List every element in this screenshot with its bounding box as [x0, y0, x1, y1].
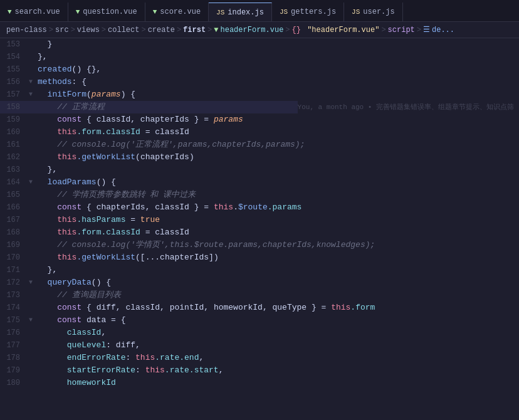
tab-label: score.vue: [160, 8, 201, 16]
line-number: 175: [0, 314, 26, 327]
fold-arrow[interactable]: ▼: [26, 76, 35, 88]
code-text: }: [35, 38, 519, 51]
code-text: initForm(params) {: [35, 88, 519, 101]
bc-pen-class: pen-class: [6, 26, 47, 34]
bc-sep: >: [207, 26, 212, 34]
bc-sep: >: [177, 26, 181, 34]
line-number: 154: [0, 51, 26, 63]
code-text: },: [35, 264, 519, 276]
line-number: 176: [0, 327, 26, 339]
code-text: // 查询题目列表: [35, 289, 519, 302]
code-text: this.getWorkList([...chapterIds]): [35, 251, 519, 264]
code-line-168: 168 this.form.classId = classId: [0, 226, 519, 239]
code-line-166: 166 const { chapterIds, classId } = this…: [0, 201, 519, 214]
bc-headerform-vue: headerForm.vue: [221, 26, 284, 34]
js-icon: JS: [352, 8, 360, 16]
line-number: 155: [0, 63, 26, 76]
tab-getters-js[interactable]: JS getters.js: [272, 3, 344, 21]
code-line-165: 165 // 学情页携带参数跳转 和 课中过来: [0, 189, 519, 201]
code-line-167: 167 this.hasParams = true: [0, 214, 519, 226]
code-text: },: [35, 164, 519, 176]
bc-sep: >: [141, 26, 145, 34]
line-number: 167: [0, 214, 26, 226]
tab-label: question.vue: [83, 8, 137, 16]
code-line-175: 175 ▼ const data = {: [0, 314, 519, 327]
code-line-156: 156 ▼ methods: {: [0, 76, 519, 88]
line-number: 177: [0, 339, 26, 352]
code-text: // console.log('学情页',this.$route.params,…: [35, 239, 519, 251]
fold-arrow[interactable]: ▼: [26, 314, 35, 327]
tab-user-js[interactable]: JS user.js: [344, 3, 403, 21]
line-number: 157: [0, 88, 26, 101]
code-text: this.getWorkList(chapterIds): [35, 151, 519, 164]
code-line-154: 154 },: [0, 51, 519, 63]
vue-icon: ▼: [153, 8, 157, 16]
code-text: created() {},: [35, 63, 519, 76]
code-line-153: 153 }: [0, 38, 519, 51]
code-text: // console.log('正常流程',params,chapterIds,…: [35, 139, 519, 151]
bc-first: first: [183, 26, 206, 34]
bc-arrow-icon: ▼: [214, 26, 218, 34]
code-line-178: 178 endErrorRate: this.rate.end,: [0, 352, 519, 364]
line-number: 168: [0, 226, 26, 239]
tab-label: user.js: [363, 8, 394, 16]
code-line-157: 157 ▼ initForm(params) {: [0, 88, 519, 101]
tab-search-vue[interactable]: ▼ search.vue: [0, 3, 68, 21]
bc-sep: >: [381, 26, 385, 34]
code-text: const { chapterIds, classId } = this.$ro…: [35, 201, 519, 214]
code-text: const data = {: [35, 314, 519, 327]
line-number: 159: [0, 113, 26, 126]
line-number: 158: [0, 101, 26, 113]
code-text: },: [35, 51, 519, 63]
code-line-171: 171 },: [0, 264, 519, 276]
vue-icon: ▼: [8, 8, 12, 16]
code-text: queLevel: diff,: [35, 339, 519, 352]
line-number: 161: [0, 139, 26, 151]
code-line-162: 162 this.getWorkList(chapterIds): [0, 151, 519, 164]
bc-views: views: [77, 26, 100, 34]
code-text: // 正常流程: [35, 101, 519, 113]
code-text: classId,: [35, 327, 519, 339]
bc-create: create: [148, 26, 175, 34]
bc-string: "headerForm.vue": [303, 26, 379, 34]
line-number: 163: [0, 164, 26, 176]
code-editor[interactable]: 153 } 154 }, 155 created() {}, 156 ▼ met…: [0, 38, 519, 420]
line-number: 179: [0, 364, 26, 377]
code-line-176: 176 classId,: [0, 327, 519, 339]
code-text: // 学情页携带参数跳转 和 课中过来: [35, 189, 519, 201]
code-line-173: 173 // 查询题目列表: [0, 289, 519, 302]
fold-arrow[interactable]: ▼: [26, 276, 35, 289]
code-text: this.form.classId = classId: [35, 226, 519, 239]
line-number: 162: [0, 151, 26, 164]
tabs-bar: ▼ search.vue ▼ question.vue ▼ score.vue …: [0, 0, 519, 22]
line-number: 166: [0, 201, 26, 214]
code-text: const { diff, classId, pointId, homework…: [35, 302, 519, 314]
line-number: 178: [0, 352, 26, 364]
bc-menu-icon: ☰: [423, 25, 430, 34]
line-number: 171: [0, 264, 26, 276]
fold-arrow[interactable]: ▼: [26, 88, 35, 101]
code-line-164: 164 ▼ loadParams() {: [0, 176, 519, 189]
code-line-169: 169 // console.log('学情页',this.$route.par…: [0, 239, 519, 251]
code-text: queryData() {: [35, 276, 519, 289]
tab-index-js[interactable]: JS index.js: [209, 3, 272, 21]
code-text: loadParams() {: [35, 176, 519, 189]
tab-score-vue[interactable]: ▼ score.vue: [145, 3, 209, 21]
line-number: 156: [0, 76, 26, 88]
breadcrumb: pen-class > src > views > collect > crea…: [0, 22, 519, 38]
code-text: this.form.classId = classId: [35, 126, 519, 139]
code-line-159: 159 const { classId, chapterIds } = para…: [0, 113, 519, 126]
tab-question-vue[interactable]: ▼ question.vue: [68, 3, 145, 21]
code-line-177: 177 queLevel: diff,: [0, 339, 519, 352]
fold-arrow[interactable]: ▼: [26, 176, 35, 189]
code-text: methods: {: [35, 76, 519, 88]
line-number: 180: [0, 377, 26, 389]
tab-label: index.js: [228, 8, 264, 17]
code-text: this.hasParams = true: [35, 214, 519, 226]
code-text: endErrorRate: this.rate.end,: [35, 352, 519, 364]
line-number: 169: [0, 239, 26, 251]
bc-sep: >: [71, 26, 75, 34]
tab-label: search.vue: [15, 8, 60, 16]
line-number: 153: [0, 38, 26, 51]
code-line-180: 180 homeworkId: [0, 377, 519, 389]
